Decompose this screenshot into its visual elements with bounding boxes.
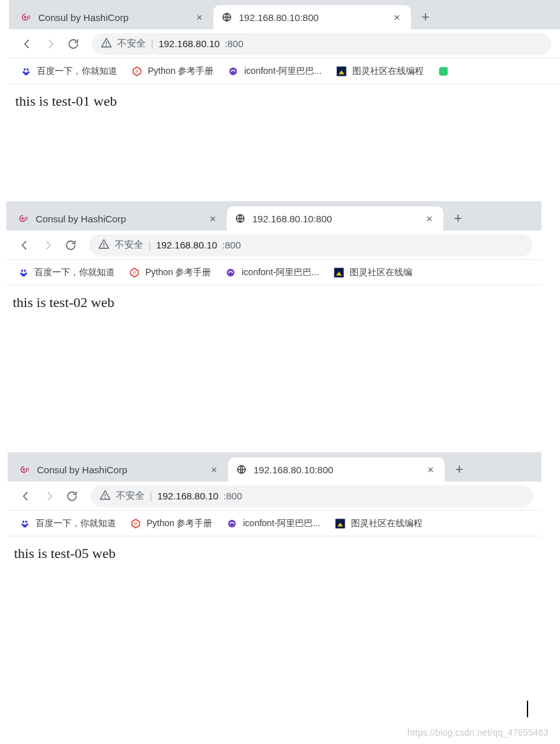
watermark-text: https://blog.csdn.net/qq_47855463 bbox=[408, 727, 549, 738]
bookmark-favicon-icon bbox=[333, 267, 345, 278]
address-bar[interactable]: 不安全 | 192.168.80.10:800 bbox=[92, 33, 551, 55]
bookmark-favicon-icon bbox=[20, 66, 32, 77]
tab-active[interactable]: 192.168.80.10:800 × bbox=[213, 5, 411, 29]
back-button[interactable] bbox=[17, 487, 36, 506]
tab-close-icon[interactable]: × bbox=[209, 464, 219, 475]
bookmarks-bar: 百度一下，你就知道 P Python 参考手册 iconfont-阿里巴巴...… bbox=[8, 511, 542, 536]
address-bar[interactable]: 不安全 | 192.168.80.10:800 bbox=[90, 485, 533, 507]
new-tab-button[interactable]: + bbox=[449, 209, 468, 228]
not-secure-label: 不安全 bbox=[117, 38, 146, 50]
bookmark-item[interactable]: 百度一下，你就知道 bbox=[19, 518, 116, 529]
back-button[interactable] bbox=[15, 236, 34, 255]
reload-button[interactable] bbox=[61, 236, 80, 255]
bookmark-favicon-icon: P bbox=[131, 66, 143, 77]
bookmarks-bar: 百度一下，你就知道 P Python 参考手册 iconfont-阿里巴巴...… bbox=[9, 59, 560, 84]
reload-button[interactable] bbox=[64, 34, 83, 54]
svg-point-7 bbox=[106, 45, 107, 46]
bookmark-favicon-icon bbox=[226, 518, 238, 529]
tab-close-icon[interactable]: × bbox=[208, 213, 218, 224]
tab-inactive[interactable]: Consul by HashiCorp × bbox=[10, 206, 227, 231]
not-secure-label: 不安全 bbox=[116, 490, 145, 502]
forward-button[interactable] bbox=[39, 487, 59, 506]
bookmark-item[interactable]: P Python 参考手册 bbox=[131, 66, 213, 77]
bookmark-favicon-icon: P bbox=[130, 518, 141, 529]
bookmark-favicon-icon bbox=[19, 518, 31, 529]
bookmark-item[interactable]: iconfont-阿里巴巴... bbox=[225, 267, 319, 278]
toolbar: 不安全 | 192.168.80.10:800 bbox=[8, 482, 542, 511]
bookmark-label: iconfont-阿里巴巴... bbox=[244, 66, 321, 77]
tab-title: Consul by HashiCorp bbox=[38, 12, 129, 23]
forward-button[interactable] bbox=[41, 34, 60, 54]
svg-point-19 bbox=[22, 217, 24, 220]
bookmark-label: 百度一下，你就知道 bbox=[37, 66, 117, 77]
bookmark-label: 图灵社区在线编程 bbox=[351, 518, 422, 529]
toolbar: 不安全 | 192.168.80.10:800 bbox=[9, 29, 560, 59]
svg-point-12 bbox=[24, 72, 28, 75]
new-tab-button[interactable]: + bbox=[450, 460, 469, 479]
tab-active[interactable]: 192.168.80.10:800 × bbox=[228, 457, 445, 482]
bookmark-item[interactable]: 百度一下，你就知道 bbox=[18, 267, 115, 278]
svg-rect-17 bbox=[439, 67, 448, 76]
page-content: this is test-02 web bbox=[6, 285, 542, 320]
page-content: this is test-05 web bbox=[8, 536, 542, 571]
bookmark-item[interactable]: 图灵社区在线编程 bbox=[334, 518, 422, 529]
bookmark-item[interactable]: 百度一下，你就知道 bbox=[20, 66, 117, 77]
bookmark-item[interactable] bbox=[438, 66, 454, 77]
tab-close-icon[interactable]: × bbox=[194, 12, 205, 22]
tab-title: Consul by HashiCorp bbox=[37, 464, 127, 475]
bookmark-item[interactable]: 图灵社区在线编程 bbox=[336, 66, 424, 77]
not-secure-icon bbox=[99, 489, 111, 503]
page-text: this is test-01 web bbox=[15, 93, 117, 109]
forward-button[interactable] bbox=[38, 236, 57, 255]
page-text: this is test-02 web bbox=[13, 294, 115, 310]
address-bar[interactable]: 不安全 | 192.168.80.10:800 bbox=[89, 234, 533, 256]
bookmark-favicon-icon bbox=[225, 267, 236, 278]
tab-close-icon[interactable]: × bbox=[424, 213, 434, 224]
bookmark-item[interactable]: P Python 参考手册 bbox=[130, 518, 212, 529]
reload-button[interactable] bbox=[62, 487, 82, 506]
svg-point-38 bbox=[28, 469, 29, 470]
bookmark-label: Python 参考手册 bbox=[147, 518, 212, 529]
tab-close-icon[interactable]: × bbox=[392, 12, 402, 22]
back-button[interactable] bbox=[18, 34, 37, 54]
tabstrip: Consul by HashiCorp × 192.168.80.10:800 … bbox=[6, 201, 542, 231]
svg-point-33 bbox=[227, 269, 234, 276]
bookmark-favicon-icon bbox=[227, 66, 239, 77]
separator: | bbox=[150, 490, 152, 501]
new-tab-button[interactable]: + bbox=[416, 8, 435, 27]
url-path: :800 bbox=[222, 240, 241, 250]
svg-point-22 bbox=[26, 219, 27, 220]
bookmark-item[interactable]: iconfont-阿里巴巴... bbox=[227, 66, 321, 77]
browser-window: Consul by HashiCorp × 192.168.80.10:800 … bbox=[9, 0, 560, 134]
tab-title: Consul by HashiCorp bbox=[36, 213, 126, 224]
separator: | bbox=[151, 38, 154, 49]
bookmark-favicon-icon bbox=[438, 66, 449, 77]
bookmark-item[interactable]: iconfont-阿里巴巴... bbox=[226, 518, 320, 529]
svg-point-26 bbox=[21, 269, 23, 271]
separator: | bbox=[148, 240, 151, 250]
svg-point-1 bbox=[24, 16, 27, 18]
globe-favicon-icon bbox=[221, 11, 233, 23]
not-secure-icon bbox=[98, 238, 110, 252]
consul-favicon-icon bbox=[19, 464, 31, 475]
tab-inactive[interactable]: Consul by HashiCorp × bbox=[11, 457, 228, 482]
tab-title: 192.168.80.10:800 bbox=[239, 12, 319, 23]
svg-point-2 bbox=[29, 15, 30, 17]
globe-favicon-icon bbox=[236, 464, 247, 475]
page-text: this is test-05 web bbox=[14, 545, 116, 561]
consul-favicon-icon bbox=[18, 213, 29, 224]
bookmark-label: iconfont-阿里巴巴... bbox=[243, 518, 320, 529]
bookmark-label: 百度一下，你就知道 bbox=[34, 267, 115, 278]
tab-inactive[interactable]: Consul by HashiCorp × bbox=[13, 5, 213, 29]
bookmark-label: 图灵社区在线编 bbox=[350, 267, 412, 278]
svg-point-15 bbox=[229, 68, 237, 75]
bookmark-item[interactable]: 图灵社区在线编 bbox=[333, 267, 412, 278]
url-host: 192.168.80.10 bbox=[157, 490, 219, 501]
svg-point-27 bbox=[24, 269, 26, 271]
bookmark-favicon-icon bbox=[18, 267, 29, 278]
tab-active[interactable]: 192.168.80.10:800 × bbox=[227, 206, 443, 231]
tab-title: 192.168.80.10:800 bbox=[252, 213, 332, 224]
svg-point-21 bbox=[27, 218, 28, 219]
tab-close-icon[interactable]: × bbox=[426, 464, 436, 475]
bookmark-item[interactable]: P Python 参考手册 bbox=[129, 267, 211, 278]
